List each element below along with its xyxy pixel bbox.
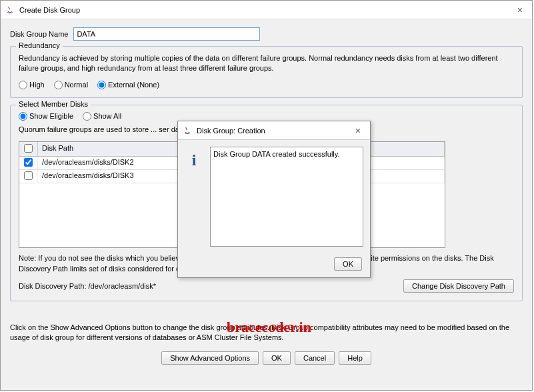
row-checkbox[interactable] — [24, 158, 33, 167]
dialog-message: Disk Group DATA created successfully. — [210, 147, 363, 247]
show-advanced-button[interactable]: Show Advanced Options — [161, 351, 259, 365]
redundancy-external-label: External (None) — [108, 81, 159, 89]
header-checkbox-col[interactable] — [19, 142, 38, 156]
dialog-ok-button[interactable]: OK — [334, 257, 362, 271]
discovery-path-label: Disk Discovery Path: /dev/oracleasm/disk… — [19, 282, 156, 290]
redundancy-group: Redundancy Redundancy is achieved by sto… — [10, 46, 523, 98]
redundancy-high-label: High — [29, 81, 45, 89]
dialog-title: Disk Group: Creation — [197, 127, 265, 135]
footer-buttons: Show Advanced Options OK Cancel Help — [1, 351, 532, 365]
redundancy-high[interactable]: High — [19, 81, 45, 89]
ok-button[interactable]: OK — [263, 351, 291, 365]
disk-group-name-label: Disk Group Name — [10, 30, 68, 38]
java-icon — [182, 125, 193, 136]
info-icon: i — [185, 151, 203, 169]
redundancy-external[interactable]: External (None) — [97, 81, 159, 89]
show-all-label: Show All — [93, 112, 121, 120]
creation-dialog: Disk Group: Creation × i Disk Group DATA… — [177, 121, 371, 278]
show-eligible-label: Show Eligible — [29, 112, 73, 120]
show-all[interactable]: Show All — [83, 112, 121, 121]
change-discovery-path-button[interactable]: Change Disk Discovery Path — [403, 279, 514, 293]
cancel-button[interactable]: Cancel — [295, 351, 335, 365]
member-disks-title: Select Member Disks — [16, 100, 91, 108]
row-checkbox[interactable] — [24, 171, 33, 180]
dialog-titlebar: Disk Group: Creation × — [178, 121, 370, 140]
dialog-close-icon[interactable]: × — [351, 124, 365, 137]
show-eligible[interactable]: Show Eligible — [19, 112, 73, 121]
redundancy-title: Redundancy — [16, 41, 63, 49]
close-icon[interactable]: × — [513, 3, 527, 17]
help-button[interactable]: Help — [339, 351, 371, 365]
window-titlebar: Create Disk Group × — [1, 1, 532, 19]
redundancy-normal[interactable]: Normal — [54, 81, 88, 89]
footer-text: Click on the Show Advanced Options butto… — [10, 323, 523, 343]
window-title: Create Disk Group — [19, 6, 80, 14]
disk-group-name-input[interactable] — [73, 27, 260, 41]
java-icon — [5, 5, 15, 15]
redundancy-desc: Redundancy is achieved by storing multip… — [19, 53, 514, 74]
redundancy-normal-label: Normal — [65, 81, 88, 89]
